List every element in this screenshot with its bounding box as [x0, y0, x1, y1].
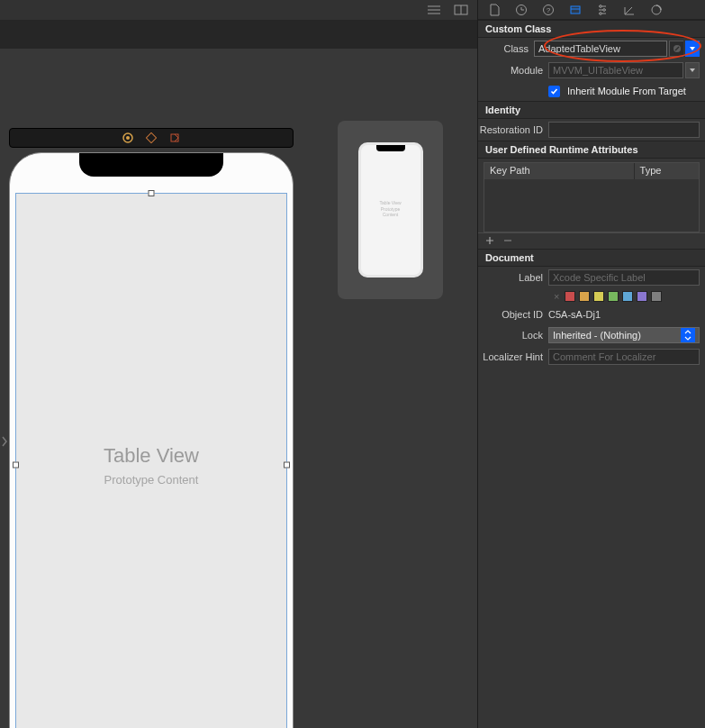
section-header-custom-class: Custom Class [478, 20, 705, 38]
select-arrows-icon [681, 328, 695, 342]
inspector-panel: ? Custom Class Class Module [477, 0, 705, 728]
swatch-orange[interactable] [579, 291, 590, 302]
firstresponder-icon[interactable] [146, 132, 157, 143]
tableview-subtitle: Prototype Content [104, 473, 199, 487]
restoration-id-field[interactable] [548, 122, 700, 138]
thumbnail-text: Table ViewPrototype Content [375, 200, 405, 218]
inherit-module-label: Inherit Module From Target [567, 86, 686, 96]
lock-label: Lock [478, 330, 548, 341]
selection-handle-left[interactable] [13, 462, 19, 469]
swatch-red[interactable] [565, 291, 575, 302]
class-dropdown-button[interactable] [685, 41, 700, 57]
table-view[interactable]: Table View Prototype Content [15, 193, 287, 728]
swatch-blue[interactable] [622, 291, 633, 302]
udra-table-body[interactable] [484, 179, 699, 232]
locnote-label: Localizer Hint [478, 351, 548, 362]
doc-label-row: Label [478, 267, 705, 288]
swatch-gray[interactable] [651, 291, 662, 302]
assistant-split-icon[interactable] [454, 4, 468, 16]
svg-rect-12 [571, 6, 580, 14]
objectid-value: C5A-sA-Dj1 [548, 309, 601, 320]
section-header-document: Document [478, 249, 705, 267]
lines-icon[interactable] [427, 4, 441, 16]
udra-table[interactable]: Key Path Type [484, 162, 700, 232]
objectid-row: Object ID C5A-sA-Dj1 [478, 305, 705, 324]
inspector-tab-bar: ? [478, 0, 705, 20]
canvas-expand-handle[interactable] [0, 429, 9, 454]
module-row: Module [478, 59, 705, 81]
objectid-label: Object ID [478, 309, 548, 320]
doc-label-label: Label [478, 272, 548, 283]
swatch-purple[interactable] [637, 291, 647, 302]
module-label: Module [478, 65, 548, 76]
section-header-identity: Identity [478, 101, 705, 119]
class-clear-button[interactable] [669, 41, 683, 57]
device-notch [79, 153, 223, 177]
svg-point-17 [600, 5, 602, 7]
scene-thumbnail-device: Table ViewPrototype Content [358, 142, 423, 278]
thumbnail-notch [376, 145, 405, 151]
scene-thumbnail-panel[interactable]: Table ViewPrototype Content [338, 121, 443, 299]
class-field[interactable] [534, 41, 667, 57]
canvas-content[interactable]: Table View Prototype Content Table ViewP… [0, 49, 477, 728]
svg-text:?: ? [547, 6, 551, 14]
class-row: Class [478, 38, 705, 59]
swatch-green[interactable] [608, 291, 619, 302]
selection-handle-right[interactable] [284, 462, 290, 469]
udra-table-header: Key Path Type [484, 163, 699, 179]
module-field[interactable] [548, 62, 683, 78]
udra-remove-button[interactable] [503, 235, 512, 248]
canvas-area: Table View Prototype Content Table ViewP… [0, 0, 477, 728]
lock-select[interactable]: Inherited - (Nothing) [548, 327, 700, 343]
file-inspector-tab-icon[interactable] [487, 3, 502, 17]
selection-handle-top[interactable] [149, 190, 155, 196]
lock-select-value: Inherited - (Nothing) [553, 330, 641, 341]
scene-mini-toolbar [9, 128, 294, 148]
identity-inspector-tab-icon[interactable] [568, 3, 583, 17]
exit-icon[interactable] [169, 132, 180, 143]
history-inspector-tab-icon[interactable] [514, 3, 529, 17]
lock-row: Lock Inherited - (Nothing) [478, 324, 705, 346]
doc-color-swatches: × [478, 288, 705, 305]
swatch-yellow[interactable] [593, 291, 604, 302]
udra-footer [478, 232, 705, 249]
connections-inspector-tab-icon[interactable] [649, 3, 664, 17]
udra-col-keypath: Key Path [484, 163, 635, 179]
restoration-id-label: Restoration ID [478, 124, 548, 135]
help-inspector-tab-icon[interactable]: ? [541, 3, 556, 17]
tableview-title: Table View [104, 444, 199, 468]
locnote-row: Localizer Hint [478, 346, 705, 368]
svg-rect-8 [171, 134, 178, 141]
svg-point-6 [126, 136, 130, 140]
restoration-id-row: Restoration ID [478, 119, 705, 141]
module-dropdown-button[interactable] [685, 62, 700, 78]
udra-add-button[interactable] [485, 235, 494, 248]
section-header-udra: User Defined Runtime Attributes [478, 141, 705, 159]
canvas-top-toolbar [0, 0, 477, 20]
doc-label-field[interactable] [548, 269, 700, 286]
svg-point-19 [600, 12, 602, 14]
size-inspector-tab-icon[interactable] [622, 3, 637, 17]
class-label: Class [478, 43, 534, 54]
udra-col-type: Type [635, 163, 699, 179]
svg-rect-7 [146, 132, 156, 142]
inherit-module-checkbox[interactable] [548, 86, 560, 97]
device-frame: Table View Prototype Content [9, 152, 294, 728]
locnote-field[interactable] [548, 349, 700, 365]
inherit-row: Inherit Module From Target [478, 81, 705, 101]
viewcontroller-icon[interactable] [122, 132, 133, 143]
svg-point-18 [603, 8, 606, 11]
swatch-clear[interactable]: × [554, 291, 559, 302]
attributes-inspector-tab-icon[interactable] [595, 3, 610, 17]
